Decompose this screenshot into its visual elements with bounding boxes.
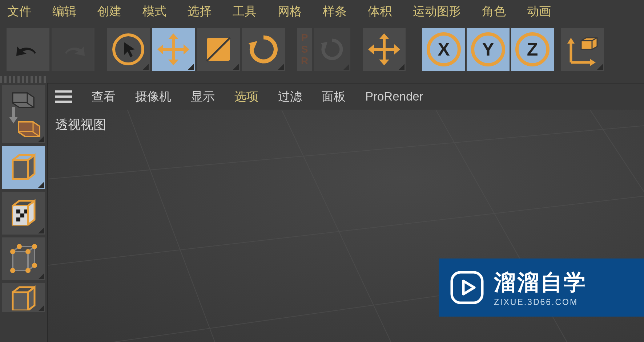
menu-mesh[interactable]: 网格	[278, 3, 302, 20]
redo-icon	[59, 38, 88, 60]
live-move-button[interactable]	[363, 28, 406, 71]
svg-rect-5	[16, 217, 20, 221]
svg-line-18	[273, 110, 418, 342]
vp-menu-view[interactable]: 查看	[92, 89, 116, 105]
undo-icon	[13, 38, 43, 60]
menu-tools[interactable]: 工具	[233, 3, 257, 20]
psr-indicator[interactable]: P S R	[297, 28, 312, 71]
menu-select[interactable]: 选择	[188, 3, 212, 20]
viewport-panel: 查看 摄像机 显示 选项 过滤 面板 ProRender 透视视	[47, 83, 644, 342]
svg-rect-21	[452, 272, 482, 303]
move-icon	[156, 32, 191, 67]
menu-mode[interactable]: 模式	[142, 3, 166, 20]
rotate-tool-button[interactable]	[242, 28, 285, 71]
svg-rect-4	[20, 213, 24, 217]
watermark-subtitle: ZIXUE.3D66.COM	[494, 297, 587, 307]
model-mode-button[interactable]	[2, 146, 45, 189]
axis-y-button[interactable]: Y	[467, 28, 510, 71]
viewport-menu-bar: 查看 摄像机 显示 选项 过滤 面板 ProRender	[48, 84, 644, 110]
main-menu-bar: 文件 编辑 创建 模式 选择 工具 网格 样条 体积 运动图形 角色 动画	[0, 0, 644, 23]
svg-line-15	[48, 190, 644, 269]
vp-menu-display[interactable]: 显示	[191, 89, 215, 105]
point-mode-button[interactable]	[2, 237, 45, 280]
axis-z-button[interactable]: Z	[511, 28, 554, 71]
move-icon	[367, 32, 402, 67]
watermark-overlay: 溜溜自学 ZIXUE.3D66.COM	[439, 258, 644, 317]
select-cursor-icon	[110, 31, 146, 68]
live-select-button[interactable]	[107, 28, 150, 71]
coord-system-button[interactable]	[561, 28, 604, 71]
svg-line-17	[121, 110, 237, 342]
axis-x-icon: X	[427, 32, 461, 66]
menu-file[interactable]: 文件	[7, 3, 31, 20]
texture-mode-button[interactable]	[2, 192, 45, 235]
main-toolbar: P S R X Y Z	[0, 23, 644, 76]
move-tool-button[interactable]	[152, 28, 195, 71]
vp-menu-options[interactable]: 选项	[234, 89, 258, 105]
axis-x-button[interactable]: X	[422, 28, 465, 71]
perspective-viewport[interactable]: 透视视图 溜溜自学 ZIXUE.3D66.COM	[48, 110, 644, 342]
axis-lock-group: X Y Z	[422, 28, 554, 71]
menu-character[interactable]: 角色	[482, 3, 506, 20]
mode-toolbar	[0, 83, 47, 342]
menu-volume[interactable]: 体积	[368, 3, 392, 20]
reset-icon	[319, 37, 345, 62]
psr-r: R	[301, 55, 308, 67]
axis-y-icon: Y	[471, 32, 505, 66]
watermark-title: 溜溜自学	[494, 268, 587, 297]
vp-menu-filter[interactable]: 过滤	[278, 89, 302, 105]
watermark-play-icon	[449, 269, 485, 306]
menu-spline[interactable]: 样条	[323, 3, 347, 20]
edge-cube-icon	[6, 285, 41, 310]
texture-cube-icon	[6, 196, 41, 231]
rotate-icon	[247, 33, 280, 66]
menu-create[interactable]: 创建	[97, 3, 121, 20]
toolbar-grip[interactable]	[0, 76, 47, 83]
svg-point-9	[32, 244, 37, 249]
redo-button[interactable]	[52, 28, 94, 71]
reset-psr-button[interactable]	[314, 28, 350, 71]
vp-menu-prorender[interactable]: ProRender	[365, 90, 423, 103]
svg-point-7	[10, 249, 15, 254]
scale-icon	[204, 35, 233, 64]
make-editable-button[interactable]	[2, 85, 45, 143]
svg-point-11	[10, 268, 15, 273]
svg-point-10	[17, 244, 22, 249]
psr-p: P	[301, 32, 308, 44]
svg-point-8	[25, 249, 31, 254]
undo-button[interactable]	[7, 28, 49, 71]
coord-axis-icon	[564, 31, 601, 68]
cube-icon	[6, 150, 41, 185]
axis-z-icon: Z	[515, 32, 550, 66]
menu-mograph[interactable]: 运动图形	[413, 3, 461, 20]
vp-menu-camera[interactable]: 摄像机	[135, 89, 171, 105]
scale-tool-button[interactable]	[197, 28, 240, 71]
viewport-hamburger-button[interactable]	[55, 90, 72, 103]
svg-line-14	[48, 121, 644, 182]
viewport-label: 透视视图	[55, 116, 106, 133]
edge-mode-button[interactable]	[2, 283, 45, 312]
svg-rect-3	[16, 209, 20, 213]
svg-point-12	[25, 268, 31, 273]
menu-edit[interactable]: 编辑	[52, 3, 76, 20]
psr-s: S	[301, 44, 308, 55]
make-editable-icon	[5, 89, 42, 139]
vp-menu-panel[interactable]: 面板	[322, 89, 346, 105]
menu-animation[interactable]: 动画	[527, 3, 551, 20]
point-cube-icon	[6, 241, 41, 276]
svg-point-13	[32, 263, 37, 268]
